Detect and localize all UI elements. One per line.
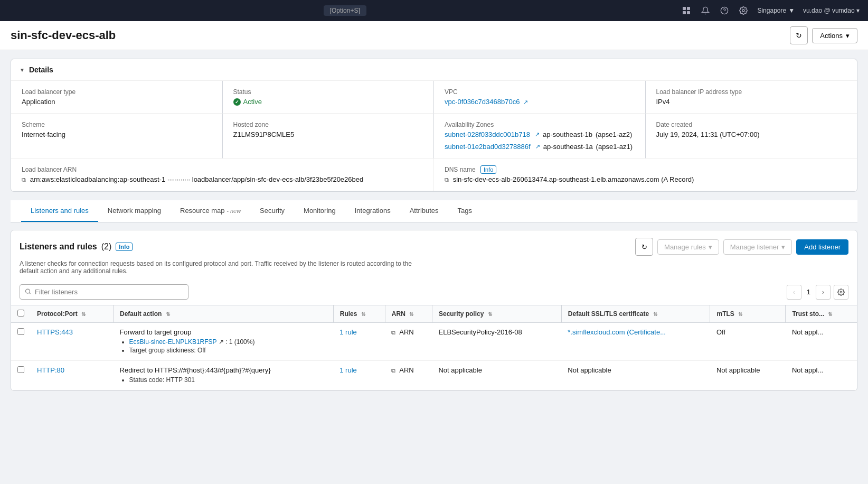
https-arn-copy-icon[interactable]: ⧉: [391, 329, 395, 336]
scheme-value: Internet-facing: [22, 131, 212, 138]
manage-listener-label: Manage listener: [730, 243, 779, 251]
lb-type-label: Load balancer type: [22, 88, 212, 96]
https-arn-text: ARN: [399, 328, 413, 336]
listeners-description: A listener checks for connection request…: [11, 260, 433, 280]
select-all-checkbox[interactable]: [17, 310, 24, 317]
tab-resource-new-badge: - new: [227, 208, 241, 214]
http-row-checkbox[interactable]: [17, 366, 24, 373]
search-bar: ‹ 1 ›: [11, 280, 857, 305]
status-active: Active: [233, 98, 423, 106]
az2-subnet-link[interactable]: subnet-01e2bad0d3278886f: [445, 143, 531, 151]
tab-network-mapping[interactable]: Network mapping: [98, 200, 171, 222]
listeners-count: (2): [101, 242, 112, 252]
region-selector[interactable]: Singapore ▼: [757, 7, 795, 14]
actions-arrow-icon: ▾: [846, 32, 850, 40]
https-protocol-link[interactable]: HTTPS:443: [37, 328, 73, 336]
http-security-text: Not applicable: [438, 366, 482, 374]
http-protocol-link[interactable]: HTTP:80: [37, 366, 64, 374]
add-listener-button[interactable]: Add listener: [796, 239, 848, 255]
actions-button[interactable]: Actions ▾: [812, 28, 857, 43]
col-default-ssl: Default SSL/TLS certificate ⇅: [561, 305, 710, 323]
http-ssl-cell: Not applicable: [561, 361, 710, 390]
http-rules-link[interactable]: 1 rule: [339, 366, 357, 374]
vpc-cell: VPC vpc-0f036c7d3468b70c6 ↗: [434, 81, 646, 114]
next-page-button[interactable]: ›: [816, 285, 831, 300]
listeners-info-badge[interactable]: Info: [116, 243, 133, 251]
details-title: Details: [29, 66, 53, 74]
http-ssl-value: Not applicable: [568, 366, 611, 374]
http-mtls-cell: Not applicable: [710, 361, 786, 390]
az-label: Availability Zones: [445, 121, 635, 128]
tab-attributes[interactable]: Attributes: [400, 200, 448, 222]
tab-monitoring-label: Monitoring: [304, 207, 336, 215]
col-arn: ARN ⇅: [385, 305, 432, 323]
sort-trust-icon[interactable]: ⇅: [828, 311, 832, 317]
grid-icon[interactable]: [681, 5, 692, 16]
manage-rules-button[interactable]: Manage rules ▾: [657, 239, 719, 255]
http-protocol-cell: HTTP:80: [31, 361, 114, 390]
page-title: sin-sfc-dev-ecs-alb: [11, 29, 116, 42]
az2-item: subnet-01e2bad0d3278886f ↗ ap-southeast-…: [445, 143, 635, 151]
sort-rules-icon[interactable]: ⇅: [361, 311, 365, 317]
details-card: ▼ Details Load balancer type Application…: [11, 59, 857, 192]
search-input[interactable]: [20, 284, 188, 300]
tab-monitoring[interactable]: Monitoring: [294, 200, 345, 222]
https-target-group-link[interactable]: EcsBlu-sinec-ELNPLKB1RFSP: [129, 338, 217, 346]
sort-security-icon[interactable]: ⇅: [488, 311, 492, 317]
https-action-item-2: Target group stickiness: Off: [129, 347, 327, 354]
table-settings-button[interactable]: [834, 285, 848, 300]
https-ssl-link[interactable]: *.simflexcloud.com (Certificate...: [568, 328, 666, 336]
tab-listeners[interactable]: Listeners and rules: [21, 200, 98, 222]
az1-subnet-link[interactable]: subnet-028f033ddc001b718: [445, 131, 530, 138]
status-label: Status: [233, 88, 423, 96]
gear-icon[interactable]: [738, 5, 749, 16]
arn-copy-icon[interactable]: ⧉: [22, 176, 26, 183]
tab-resource-map[interactable]: Resource map - new: [171, 200, 250, 222]
sort-arn-icon[interactable]: ⇅: [409, 311, 413, 317]
https-rules-cell: 1 rule: [333, 323, 385, 361]
sort-mtls-icon[interactable]: ⇅: [738, 311, 742, 317]
vpc-link[interactable]: vpc-0f036c7d3468b70c6: [445, 98, 520, 106]
user-menu[interactable]: vu.dao @ vumdao ▾: [803, 7, 860, 14]
sort-protocol-icon[interactable]: ⇅: [81, 311, 86, 317]
dns-label: DNS name Info: [445, 166, 846, 173]
https-checkbox-cell: [11, 323, 31, 361]
https-action-title: Forward to target group: [120, 328, 327, 336]
http-mtls-value: Not applicable: [716, 366, 760, 374]
page-number: 1: [805, 288, 813, 296]
http-rules-cell: 1 rule: [333, 361, 385, 390]
https-tg-external-icon: ↗: [219, 338, 224, 346]
https-protocol-cell: HTTPS:443: [31, 323, 114, 361]
tab-integrations-label: Integrations: [355, 207, 391, 215]
tab-resource-label: Resource map: [180, 207, 225, 215]
details-card-header[interactable]: ▼ Details: [11, 59, 857, 81]
https-trust-cell: Not appl...: [786, 323, 857, 361]
sort-ssl-icon[interactable]: ⇅: [653, 311, 657, 317]
https-rules-link[interactable]: 1 rule: [339, 328, 357, 336]
question-icon[interactable]: [719, 5, 730, 16]
svg-rect-0: [683, 7, 686, 10]
vpc-external-icon: ↗: [523, 99, 528, 106]
dns-info-badge[interactable]: Info: [480, 165, 496, 174]
main-content: ▼ Details Load balancer type Application…: [0, 50, 868, 399]
http-arn-copy-icon[interactable]: ⧉: [391, 367, 395, 374]
svg-rect-1: [687, 7, 690, 10]
https-row-checkbox[interactable]: [17, 328, 24, 335]
tab-integrations[interactable]: Integrations: [345, 200, 400, 222]
refresh-button[interactable]: ↻: [790, 26, 808, 44]
https-action-list: EcsBlu-sinec-ELNPLKB1RFSP ↗ : 1 (100%) T…: [120, 338, 327, 354]
prev-page-button[interactable]: ‹: [787, 285, 801, 300]
tab-security[interactable]: Security: [250, 200, 294, 222]
tab-tags[interactable]: Tags: [448, 200, 482, 222]
dns-copy-icon[interactable]: ⧉: [445, 176, 449, 183]
col-mtls: mTLS ⇅: [710, 305, 786, 323]
sort-action-icon[interactable]: ⇅: [166, 311, 170, 317]
scheme-cell: Scheme Internet-facing: [11, 114, 223, 159]
bell-icon[interactable]: [700, 5, 711, 16]
http-security-cell: Not applicable: [432, 361, 561, 390]
listeners-refresh-button[interactable]: ↻: [635, 238, 653, 256]
hosted-zone-value: Z1LMS91P8CMLE5: [233, 131, 423, 138]
manage-listener-button[interactable]: Manage listener ▾: [723, 239, 792, 255]
listeners-table: Protocol:Port ⇅ Default action ⇅ Rules ⇅: [11, 305, 857, 390]
tab-security-label: Security: [260, 207, 285, 215]
